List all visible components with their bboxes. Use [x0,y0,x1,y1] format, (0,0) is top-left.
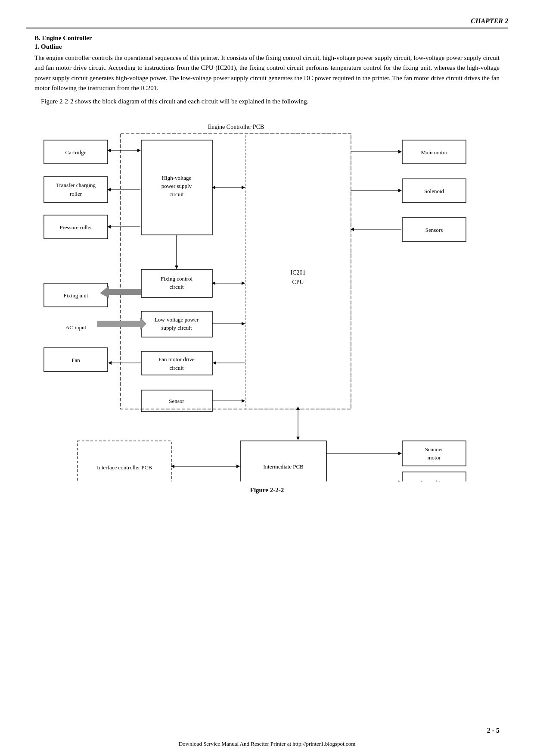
svg-text:Interface controller PCB: Interface controller PCB [97,464,152,471]
svg-text:Scanner: Scanner [425,446,444,453]
svg-text:circuit: circuit [169,365,184,371]
fig-caption: Figure 2-2-2 [34,487,500,494]
pcb-label: Engine Controller PCB [208,124,264,130]
svg-text:Low-voltage power: Low-voltage power [155,316,199,323]
para-1: The engine controller controls the opera… [34,53,500,93]
svg-text:Transfer charging: Transfer charging [56,182,96,188]
svg-text:motor: motor [427,454,441,461]
svg-rect-199 [121,133,351,409]
svg-text:supply circuit: supply circuit [161,325,192,331]
svg-text:Fixing control: Fixing control [161,275,192,282]
svg-text:Pressure roller: Pressure roller [59,224,92,231]
chapter-header-clean: CHAPTER 2 [26,17,508,28]
para-2: Figure 2-2-2 shows the block diagram of … [34,97,500,106]
svg-marker-260 [296,437,300,440]
svg-rect-267 [402,441,466,466]
content-area: B. Engine Controller 1. Outline The engi… [34,34,500,494]
svg-rect-244 [109,289,141,295]
svg-text:Laser driver: Laser driver [420,479,448,481]
svg-text:AC input: AC input [65,324,86,331]
svg-text:Cartridge: Cartridge [65,149,86,156]
svg-rect-262 [78,441,171,481]
svg-marker-249 [140,318,146,329]
svg-text:power supply: power supply [161,183,192,189]
svg-text:IC201: IC201 [291,269,306,276]
svg-rect-264 [240,441,326,481]
main-diagram: Engine Controller PCB Cartridge Transfer… [34,115,500,481]
svg-rect-219 [141,311,212,337]
svg-rect-248 [97,321,140,327]
svg-marker-245 [100,286,109,298]
svg-text:Main motor: Main motor [421,149,447,156]
footer-text: Download Service Manual And Resetter Pri… [0,740,534,747]
svg-text:roller: roller [70,191,82,197]
svg-text:Sensor: Sensor [169,398,184,404]
svg-rect-202 [44,177,108,203]
section-b-title: B. Engine Controller [34,34,500,42]
svg-rect-222 [141,351,212,375]
svg-text:Intermediate PCB: Intermediate PCB [263,463,304,470]
svg-marker-261 [296,406,300,410]
svg-text:High-voltage: High-voltage [162,175,192,181]
section-1-title: 1. Outline [34,43,500,50]
svg-text:Fan: Fan [71,357,80,363]
chapter-label: CHAPTER 2 [471,17,508,25]
svg-text:Fixing unit: Fixing unit [63,292,88,299]
svg-text:Fan motor drive: Fan motor drive [158,356,195,362]
svg-text:CPU: CPU [292,279,304,285]
page-num: 2 - 5 [487,727,500,734]
svg-text:Solenoid: Solenoid [424,188,444,194]
svg-text:Sensors: Sensors [425,227,443,233]
svg-text:circuit: circuit [169,191,184,197]
svg-text:circuit: circuit [169,284,184,290]
